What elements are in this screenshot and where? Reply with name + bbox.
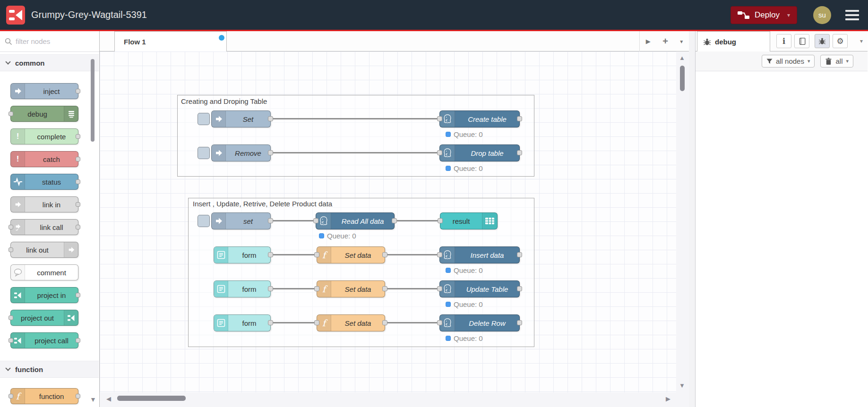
palette-node-comment[interactable]: comment xyxy=(10,264,78,280)
flow-node-inject-remove[interactable]: Remove xyxy=(211,144,271,161)
palette-scrollbar[interactable] xyxy=(91,59,95,142)
output-port[interactable] xyxy=(76,179,80,184)
flow-node-result-table[interactable]: result xyxy=(440,212,498,229)
input-port[interactable] xyxy=(437,252,442,257)
palette-node-catch[interactable]: ! catch xyxy=(10,151,78,167)
flow-list-caret-icon[interactable]: ▾ xyxy=(680,38,683,45)
input-port[interactable] xyxy=(437,320,442,325)
flow-node-inject-set[interactable]: Set xyxy=(211,110,271,127)
flow-node-form[interactable]: form xyxy=(214,246,271,263)
output-port[interactable] xyxy=(517,286,522,291)
palette-node-complete[interactable]: ! complete xyxy=(10,128,78,144)
input-port[interactable] xyxy=(438,218,443,223)
palette-node-debug[interactable]: debug xyxy=(10,106,78,122)
wire[interactable] xyxy=(271,288,317,289)
output-port[interactable] xyxy=(268,320,273,325)
wire[interactable] xyxy=(271,118,439,119)
input-port[interactable] xyxy=(9,338,13,343)
input-port[interactable] xyxy=(437,116,442,121)
palette-node-status[interactable]: status xyxy=(10,174,78,190)
filter-nodes-button[interactable]: all nodes ▾ xyxy=(762,55,815,68)
scroll-right-icon[interactable]: ▶ xyxy=(666,395,670,402)
deploy-caret-icon[interactable]: ▾ xyxy=(787,12,790,18)
tab-flow-1[interactable]: Flow 1 xyxy=(114,31,227,51)
output-port[interactable] xyxy=(76,293,80,297)
flow-node-drop-table[interactable]: Drop table xyxy=(439,144,520,161)
palette-node-inject[interactable]: inject xyxy=(10,83,78,99)
input-port[interactable] xyxy=(314,252,319,257)
scroll-left-icon[interactable]: ◀ xyxy=(106,395,111,402)
output-port[interactable] xyxy=(268,116,273,121)
palette-node-project-in[interactable]: project in xyxy=(10,287,78,303)
output-port[interactable] xyxy=(76,338,80,343)
config-panel-button[interactable]: ⚙ xyxy=(833,34,848,48)
wire[interactable] xyxy=(395,220,440,221)
vertical-scrollbar-thumb[interactable] xyxy=(680,66,685,91)
palette-node-function[interactable]: f function xyxy=(10,388,78,404)
palette-node-project-out[interactable]: project out xyxy=(10,310,78,326)
main-menu-icon[interactable] xyxy=(845,10,859,20)
debug-panel-button[interactable] xyxy=(815,34,830,48)
output-port[interactable] xyxy=(517,150,522,155)
output-port[interactable] xyxy=(268,286,273,291)
input-port[interactable] xyxy=(9,315,13,320)
output-port[interactable] xyxy=(76,225,80,229)
output-port[interactable] xyxy=(268,218,273,223)
sidebar-menu-caret-icon[interactable]: ▾ xyxy=(860,38,863,44)
flow-canvas[interactable]: Creating and Droping Table Set Create ta… xyxy=(100,51,689,407)
output-port[interactable] xyxy=(76,202,80,207)
palette-scroll-down-icon[interactable]: ▼ xyxy=(90,396,96,403)
deploy-button[interactable]: Deploy ▾ xyxy=(730,6,797,24)
flow-node-read-all-data[interactable]: Read All data xyxy=(316,212,395,229)
flow-node-set-data-2[interactable]: f Set data xyxy=(317,280,385,297)
add-flow-button[interactable]: + xyxy=(662,36,668,47)
user-avatar[interactable]: su xyxy=(813,6,831,24)
output-port[interactable] xyxy=(517,320,522,325)
input-port[interactable] xyxy=(9,247,13,252)
sidebar-resize-handle[interactable] xyxy=(689,31,696,407)
flow-node-update-table[interactable]: Update Table xyxy=(439,280,520,297)
output-port[interactable] xyxy=(268,252,273,257)
inject-trigger-button[interactable] xyxy=(198,215,210,227)
flow-node-form[interactable]: form xyxy=(214,280,271,297)
output-port[interactable] xyxy=(382,252,387,257)
wire[interactable] xyxy=(271,254,317,255)
palette-node-link-call[interactable]: link call xyxy=(10,219,78,235)
flow-node-set-data-1[interactable]: f Set data xyxy=(317,246,385,263)
tab-debug[interactable]: debug xyxy=(697,31,770,51)
input-port[interactable] xyxy=(9,111,13,116)
inject-trigger-button[interactable] xyxy=(198,113,210,125)
input-port[interactable] xyxy=(314,320,319,325)
flow-node-create-table[interactable]: Create table xyxy=(439,110,520,127)
input-port[interactable] xyxy=(437,150,442,155)
scroll-tabs-icon[interactable]: ▶ xyxy=(646,38,651,45)
scroll-down-icon[interactable]: ▼ xyxy=(679,382,685,389)
flow-node-set-data-3[interactable]: f Set data xyxy=(317,314,385,331)
info-panel-button[interactable]: i xyxy=(776,34,791,48)
horizontal-scrollbar-thumb[interactable] xyxy=(117,396,186,401)
flow-node-delete-row[interactable]: Delete Row xyxy=(439,314,520,331)
input-port[interactable] xyxy=(313,218,318,223)
input-port[interactable] xyxy=(9,225,13,229)
input-port[interactable] xyxy=(437,286,442,291)
output-port[interactable] xyxy=(76,89,80,93)
palette-search[interactable] xyxy=(0,31,99,52)
wire[interactable] xyxy=(385,288,439,289)
palette-category-common[interactable]: common xyxy=(0,54,99,71)
wire[interactable] xyxy=(271,220,316,221)
output-port[interactable] xyxy=(382,320,387,325)
output-port[interactable] xyxy=(76,157,80,161)
input-port[interactable] xyxy=(314,286,319,291)
output-port[interactable] xyxy=(76,134,80,139)
palette-node-project-call[interactable]: project call xyxy=(10,332,78,348)
palette-node-link-in[interactable]: link in xyxy=(10,196,78,212)
scroll-up-icon[interactable]: ▲ xyxy=(679,54,685,61)
flow-node-inject-set-lower[interactable]: set xyxy=(211,212,271,229)
output-port[interactable] xyxy=(382,286,387,291)
wire[interactable] xyxy=(385,322,439,323)
output-port[interactable] xyxy=(392,218,397,223)
wire[interactable] xyxy=(271,322,317,323)
flow-node-form[interactable]: form xyxy=(214,314,271,331)
wire[interactable] xyxy=(385,254,439,255)
help-panel-button[interactable] xyxy=(794,34,809,48)
